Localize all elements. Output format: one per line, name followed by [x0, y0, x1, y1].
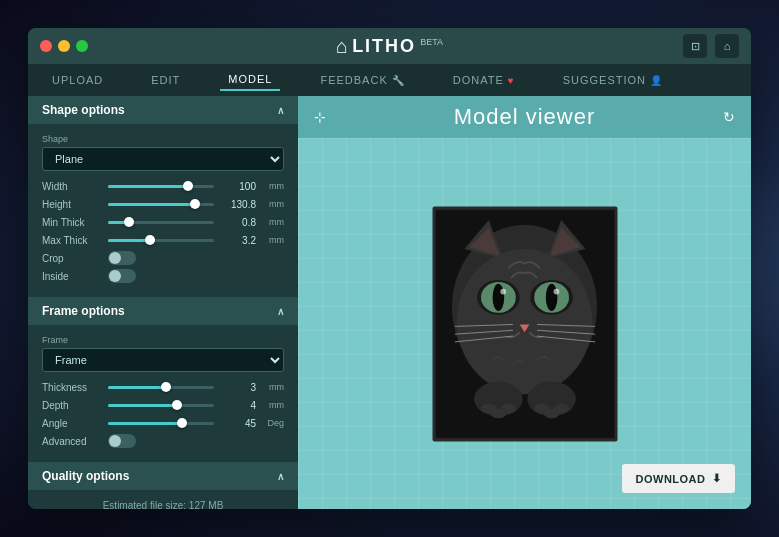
maximize-button[interactable]: [76, 40, 88, 52]
crop-toggle[interactable]: [108, 251, 136, 265]
min-thick-row: Min Thick 0.8 mm: [42, 215, 284, 229]
download-button[interactable]: DOWNLOAD ⬇: [622, 464, 736, 493]
crop-row: Crop: [42, 251, 284, 265]
min-thick-value: 0.8: [220, 217, 256, 228]
person-icon: 👤: [650, 75, 663, 86]
thickness-label: Thickness: [42, 382, 102, 393]
thickness-slider[interactable]: [108, 380, 214, 394]
file-size-text: Estimated file size: 127 MB: [103, 500, 224, 509]
svg-point-26: [500, 403, 515, 413]
shape-options-chevron: ∧: [277, 105, 284, 116]
shape-label: Shape: [42, 134, 284, 144]
inside-toggle[interactable]: [108, 269, 136, 283]
home-icon[interactable]: ⌂: [715, 34, 739, 58]
crop-label: Crop: [42, 253, 102, 264]
titlebar-actions: ⊡ ⌂: [683, 34, 739, 58]
max-thick-unit: mm: [262, 235, 284, 245]
svg-point-13: [500, 288, 506, 294]
main-content: Shape options ∧ Shape Plane Width: [28, 96, 751, 509]
min-thick-label: Min Thick: [42, 217, 102, 228]
depth-unit: mm: [262, 400, 284, 410]
nav-model[interactable]: MODEL: [220, 69, 280, 91]
logo-text: LITHO: [352, 36, 416, 57]
download-icon: ⬇: [712, 472, 722, 485]
frame-label: Frame: [42, 335, 284, 345]
frame-options-chevron: ∧: [277, 306, 284, 317]
width-slider[interactable]: [108, 179, 214, 193]
angle-row: Angle 45 Deg: [42, 416, 284, 430]
angle-unit: Deg: [262, 418, 284, 428]
svg-point-6: [456, 249, 591, 394]
nav-feedback[interactable]: FEEDBACK 🔧: [312, 70, 412, 90]
height-slider[interactable]: [108, 197, 214, 211]
depth-slider[interactable]: [108, 398, 214, 412]
depth-label: Depth: [42, 400, 102, 411]
viewer-move-icon[interactable]: ⊹: [314, 109, 326, 125]
file-size-value: 127 MB: [189, 500, 223, 509]
max-thick-row: Max Thick 3.2 mm: [42, 233, 284, 247]
depth-row: Depth 4 mm: [42, 398, 284, 412]
inside-row: Inside: [42, 269, 284, 283]
inside-label: Inside: [42, 271, 102, 282]
logo-beta: BETA: [420, 37, 443, 47]
svg-point-11: [492, 283, 504, 310]
height-unit: mm: [262, 199, 284, 209]
logo-icon: ⌂: [336, 35, 348, 58]
angle-slider[interactable]: [108, 416, 214, 430]
advanced-label: Advanced: [42, 436, 102, 447]
height-value: 130.8: [220, 199, 256, 210]
right-panel: ⊹ Model viewer ↻: [298, 96, 751, 509]
shape-select[interactable]: Plane: [42, 147, 284, 171]
height-row: Height 130.8 mm: [42, 197, 284, 211]
depth-value: 4: [220, 400, 256, 411]
navbar: UPLOAD EDIT MODEL FEEDBACK 🔧 DONATE ♥ SU…: [28, 64, 751, 96]
svg-point-12: [545, 283, 557, 310]
screen-icon[interactable]: ⊡: [683, 34, 707, 58]
max-thick-label: Max Thick: [42, 235, 102, 246]
viewer-header: ⊹ Model viewer ↻: [298, 96, 751, 138]
width-value: 100: [220, 181, 256, 192]
close-button[interactable]: [40, 40, 52, 52]
nav-donate[interactable]: DONATE ♥: [445, 70, 523, 90]
width-label: Width: [42, 181, 102, 192]
nav-suggestion[interactable]: SUGGESTION 👤: [555, 70, 671, 90]
width-row: Width 100 mm: [42, 179, 284, 193]
thickness-row: Thickness 3 mm: [42, 380, 284, 394]
svg-point-29: [553, 403, 568, 413]
frame-options-content: Frame Frame Thickness 3 mm: [28, 325, 298, 462]
cat-image: [432, 206, 617, 441]
min-thick-slider[interactable]: [108, 215, 214, 229]
wrench-icon: 🔧: [392, 75, 405, 86]
angle-label: Angle: [42, 418, 102, 429]
max-thick-slider[interactable]: [108, 233, 214, 247]
titlebar: ⌂ LITHO BETA ⊡ ⌂: [28, 28, 751, 64]
min-thick-unit: mm: [262, 217, 284, 227]
viewer-title: Model viewer: [454, 104, 596, 130]
left-panel: Shape options ∧ Shape Plane Width: [28, 96, 298, 509]
thickness-value: 3: [220, 382, 256, 393]
nav-edit[interactable]: EDIT: [143, 70, 188, 90]
svg-point-14: [553, 288, 559, 294]
nav-upload[interactable]: UPLOAD: [44, 70, 111, 90]
quality-options-header[interactable]: Quality options ∧: [28, 462, 298, 490]
advanced-toggle[interactable]: [108, 434, 136, 448]
frame-options-header[interactable]: Frame options ∧: [28, 297, 298, 325]
frame-select[interactable]: Frame: [42, 348, 284, 372]
app-logo: ⌂ LITHO BETA: [336, 35, 443, 58]
shape-options-header[interactable]: Shape options ∧: [28, 96, 298, 124]
quality-options-content: Estimated file size: 127 MB mm per pixel…: [28, 490, 298, 509]
angle-value: 45: [220, 418, 256, 429]
viewer-grid: DOWNLOAD ⬇: [298, 138, 751, 509]
quality-options-title: Quality options: [42, 469, 129, 483]
file-size-row: Estimated file size: 127 MB: [42, 500, 284, 509]
viewer-refresh-icon[interactable]: ↻: [723, 109, 735, 125]
height-label: Height: [42, 199, 102, 210]
minimize-button[interactable]: [58, 40, 70, 52]
heart-icon: ♥: [508, 75, 515, 86]
traffic-lights: [40, 40, 88, 52]
advanced-row: Advanced: [42, 434, 284, 448]
frame-options-title: Frame options: [42, 304, 125, 318]
max-thick-value: 3.2: [220, 235, 256, 246]
shape-options-title: Shape options: [42, 103, 125, 117]
width-unit: mm: [262, 181, 284, 191]
